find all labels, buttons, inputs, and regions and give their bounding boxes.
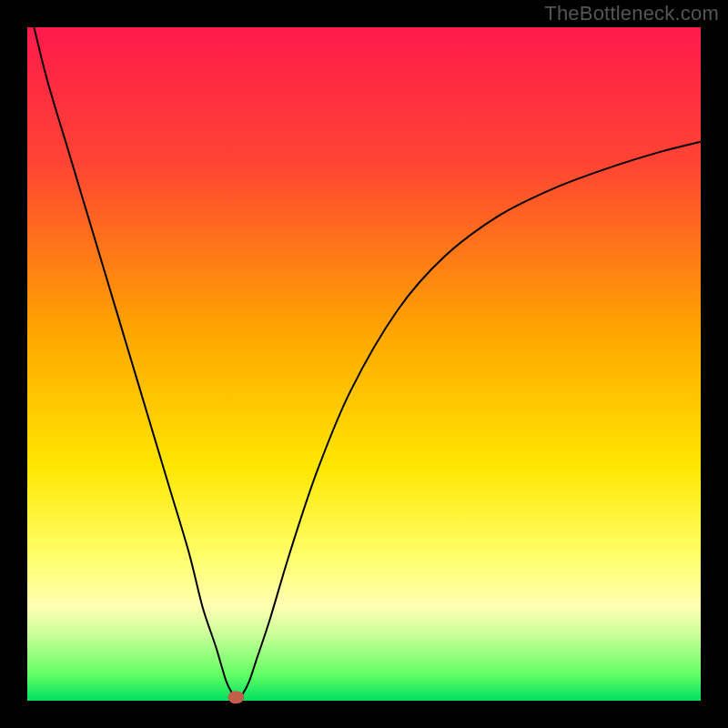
- chart-frame: TheBottleneck.com: [0, 0, 728, 728]
- watermark-text: TheBottleneck.com: [544, 2, 719, 25]
- optimum-marker: [228, 691, 244, 703]
- bottleneck-chart: [0, 0, 728, 728]
